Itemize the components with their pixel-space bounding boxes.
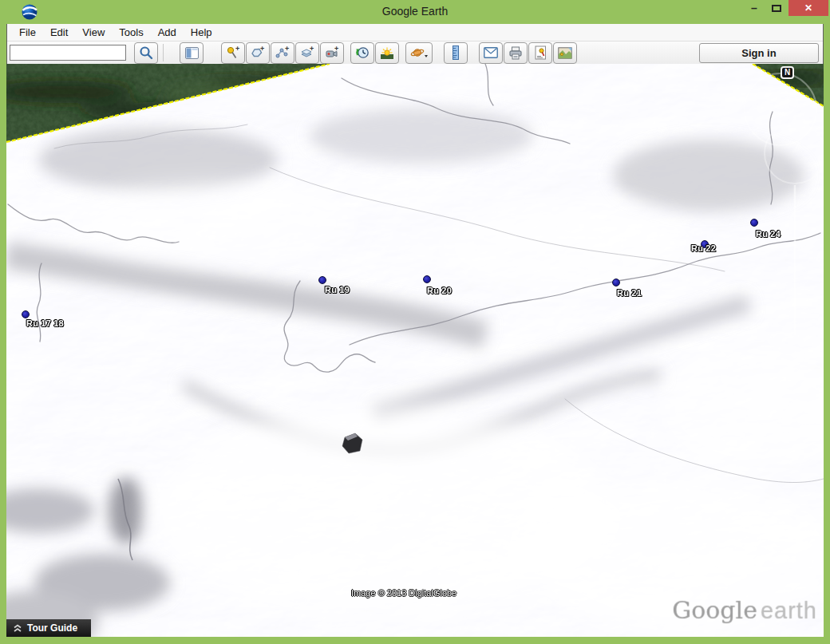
svg-text:+: + [285,45,289,53]
view-in-maps-button[interactable] [553,42,577,64]
menu-help[interactable]: Help [184,26,219,38]
placemark-label: Ru 24 [756,229,781,239]
ruler-icon [451,45,460,60]
menu-tools[interactable]: Tools [112,26,150,38]
menu-add[interactable]: Add [151,26,184,38]
toolbar-separator [163,44,164,61]
ruler-button[interactable] [444,42,468,64]
placemark-dot-icon[interactable] [612,279,620,286]
map-viewport[interactable]: N Ru 17 18Ru 19Ru 20Ru 21Ru 22Ru 24 Imag… [6,64,824,637]
close-button[interactable]: ✕ [788,0,828,16]
search-icon [139,45,153,60]
window-border [0,637,830,644]
add-image-overlay-icon: + [300,45,314,60]
record-tour-icon: + [325,45,339,60]
maximize-icon [772,5,781,12]
compass-north-icon[interactable]: N [781,66,794,79]
menu-edit[interactable]: Edit [43,26,75,38]
record-tour-button[interactable]: + [320,42,344,64]
placemark-dot-icon[interactable] [318,276,326,284]
add-path-button[interactable]: + [271,42,294,64]
window-title: Google Earth [0,5,830,18]
terrain-hillshade [6,64,824,637]
historical-imagery-icon [355,45,370,60]
placemark-dot-icon[interactable] [750,219,758,227]
email-icon [484,47,498,58]
placemark-label: Ru 22 [691,243,716,253]
placemark-dot-icon[interactable] [22,310,30,318]
search-button[interactable] [134,42,158,64]
email-button[interactable] [479,42,503,64]
double-chevron-up-icon [13,623,22,633]
sunlight-button[interactable] [375,42,399,64]
sidebar-toggle-icon [185,47,199,59]
watermark-product: earth [761,598,817,623]
print-icon [508,46,523,60]
tour-guide-label: Tour Guide [27,622,77,634]
view-in-maps-icon [558,47,572,59]
window-controls: – ✕ [744,0,830,18]
placemark-label: Ru 19 [325,285,350,294]
google-earth-window: Google Earth – ✕ File Edit View Tools Ad… [0,0,830,644]
google-earth-watermark: Googleearth [672,596,817,624]
maximize-button[interactable] [765,0,788,16]
window-chrome: File Edit View Tools Add Help + + [6,24,824,64]
historical-imagery-button[interactable] [350,42,374,64]
menu-file[interactable]: File [12,26,43,38]
planets-icon [409,45,429,60]
minimize-button[interactable]: – [744,0,765,16]
planets-button[interactable] [405,42,433,64]
add-polygon-button[interactable]: + [246,42,270,64]
toolbar: + + + + + [7,41,823,64]
save-image-icon [535,45,547,60]
add-image-overlay-button[interactable]: + [295,42,319,64]
time-tools-group [350,42,399,64]
add-placemark-button[interactable]: + [221,42,245,64]
placemark-label: Ru 20 [427,286,452,295]
menu-bar: File Edit View Tools Add Help [7,24,823,41]
imagery-attribution: Image © 2013 DigitalGlobe [351,588,457,598]
menu-view[interactable]: View [75,26,112,38]
share-tools-group [479,42,577,64]
add-polygon-icon: + [251,45,265,60]
add-path-icon: + [275,45,290,60]
placemark-label: Ru 17 18 [26,318,64,328]
placemark-dot-icon[interactable] [423,275,431,283]
add-placemark-icon: + [226,45,240,60]
tour-guide-toggle[interactable]: Tour Guide [6,619,91,637]
search-input[interactable] [10,45,126,61]
title-bar[interactable]: Google Earth – ✕ [0,0,830,24]
svg-text:+: + [235,45,239,53]
save-image-button[interactable] [528,42,552,64]
placemark-label: Ru 21 [617,288,642,298]
create-tools-group: + + + + + [221,42,344,64]
sidebar-toggle-button[interactable] [180,42,204,64]
sunlight-icon [380,45,394,60]
sign-in-button[interactable]: Sign in [699,43,819,63]
watermark-brand: Google [672,596,757,624]
print-button[interactable] [504,42,528,64]
